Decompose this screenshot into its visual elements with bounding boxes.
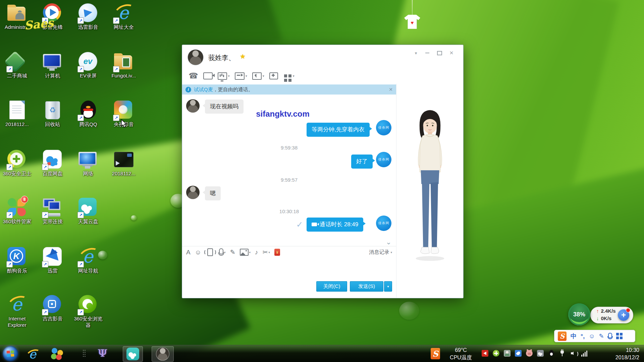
desktop-icon-recycle-bin[interactable]: ♻ 回收站 <box>36 101 69 128</box>
window-shake-button[interactable] <box>206 248 215 256</box>
font-button[interactable]: A <box>186 249 191 255</box>
start-button[interactable] <box>3 346 18 361</box>
tray-power-icon[interactable] <box>559 350 566 357</box>
desktop-icon-wangzhidaquan[interactable]: e ↗ 网址大全 <box>107 3 140 31</box>
taskbar-tianyi-cloud-button[interactable] <box>123 346 143 362</box>
self-message-avatar[interactable]: 借条网 <box>376 120 391 135</box>
peer-message-avatar[interactable] <box>186 99 200 113</box>
create-group-button[interactable] <box>268 71 279 80</box>
send-image-button[interactable]: ▾ <box>240 249 251 256</box>
desktop-icon-tencent-qq[interactable]: ↗ 腾讯QQ <box>72 101 105 128</box>
close-window-button[interactable]: ✕ <box>447 50 456 56</box>
minimize-button[interactable] <box>423 50 432 56</box>
handwriting-button[interactable]: ✎ <box>599 333 604 339</box>
send-file-button[interactable]: ▾ <box>234 71 248 81</box>
voice-message-button[interactable]: ▾ <box>219 248 226 256</box>
emoji-button[interactable]: ☺ <box>589 333 595 339</box>
desktop-icon-ev-recorder[interactable]: ev ↗ EV录屏 <box>72 52 105 79</box>
desktop-icon-360-browser[interactable]: ↗ 360安全浏览器 <box>72 295 105 328</box>
video-watermark-text: sifangktv.com <box>232 109 333 119</box>
screen-demo-button[interactable]: ▾ <box>217 71 231 81</box>
taskbar-ie-button[interactable]: e <box>26 348 39 360</box>
desktop-icon-internet-explorer[interactable]: e Internet Explorer <box>1 295 34 328</box>
tray-network-icon[interactable] <box>581 350 588 357</box>
desktop-icon-computer[interactable]: 计算机 <box>36 52 69 79</box>
desktop-icon-360-safeguard[interactable]: ↗ 360安全卫士 <box>1 150 34 177</box>
music-button[interactable]: ♪ <box>255 249 258 255</box>
emoji-button[interactable]: ☺ <box>195 249 201 255</box>
taskbar-chat-window-button[interactable] <box>152 346 174 362</box>
desktop-icon-video-file[interactable]: 2018112... <box>107 150 140 177</box>
qq-show-avatar-girl[interactable] <box>401 106 459 267</box>
self-message-avatar[interactable]: 借条网 <box>376 152 391 167</box>
desktop-icon-360-software-manager[interactable]: 8 ↗ 360软件管家 <box>1 198 34 225</box>
banner-close-icon[interactable]: ✕ <box>389 87 393 92</box>
desktop-icon-broadband-connection[interactable]: ↗ 宽带连接 <box>36 198 69 225</box>
red-packet-button[interactable]: ¥ <box>274 249 280 256</box>
desktop-icon-xunlei[interactable]: ↗ 迅雷 <box>36 247 69 274</box>
tray-ink-icon[interactable] <box>515 350 522 357</box>
remote-assist-button[interactable]: ▾ <box>251 71 265 81</box>
apps-button[interactable]: ▾ <box>282 71 296 80</box>
video-call-button[interactable] <box>202 71 214 80</box>
chinese-mode-button[interactable]: 中 <box>571 333 577 339</box>
desktop-icon-xunlei-player[interactable]: ↗ 迅雷影音 <box>72 3 105 31</box>
desktop-icon-tianyi-cloud[interactable]: ↗ 天翼云盘 <box>72 198 105 225</box>
sogou-logo[interactable]: S <box>558 331 567 341</box>
send-button[interactable]: 发送(S) <box>350 281 383 292</box>
desktop-icon-text-document[interactable]: 2018112... <box>1 101 34 128</box>
tray-cloud-icon[interactable] <box>537 350 544 357</box>
voice-call-button[interactable]: ☎ <box>187 71 199 81</box>
recycle-bin-icon: ♻ <box>45 101 60 119</box>
desktop-icon-jiji-player[interactable]: ↗ 吉吉影音 <box>36 295 69 322</box>
tianyi-cloud-icon <box>126 348 139 360</box>
desktop-icon-fungolive[interactable]: ↗ FungoLiv... <box>107 52 140 79</box>
tray-recorder-icon[interactable] <box>482 350 488 357</box>
window-menu-button[interactable]: ▾ <box>412 50 420 56</box>
desktop-icon-network[interactable]: 网络 <box>72 150 105 177</box>
taskbar-app-button[interactable]: Ψ <box>98 347 107 359</box>
peer-message-avatar[interactable] <box>186 186 200 199</box>
peer-avatar[interactable] <box>187 49 204 65</box>
video-file-icon <box>114 152 133 167</box>
chat-toolbar: ☎ ▾ ▾ ▾ ▾ <box>187 71 296 81</box>
banner-link[interactable]: 试试Q麦 <box>194 86 213 93</box>
tray-app-icon[interactable] <box>504 350 511 357</box>
send-options-button[interactable]: ▾ <box>384 281 392 292</box>
qq-show-panel <box>396 84 463 298</box>
desktop-icon-wangzhidaohang[interactable]: e ↗ 网址导航 <box>72 247 105 274</box>
voice-input-button[interactable] <box>608 333 612 338</box>
punctuation-button[interactable]: °, <box>581 333 585 339</box>
close-chat-button[interactable]: 关闭(C) <box>316 281 347 292</box>
tray-pig-icon[interactable] <box>526 350 533 357</box>
tray-qq-icon[interactable] <box>548 350 555 357</box>
screenshot-button[interactable]: ✂▾ <box>263 249 270 255</box>
message-list[interactable]: 现在视频吗 sifangktv.com 等两分钟,先穿着内衣 借条网 9:59:… <box>182 95 396 246</box>
net-speed-widget[interactable]: ↑2.4K/s ↓0K/s 38% + <box>568 303 635 327</box>
message-input-area[interactable] <box>182 258 396 281</box>
tray-sogou-icon[interactable]: S <box>431 348 440 359</box>
taskbar-clock[interactable]: 10:30 2018/12/2 <box>615 347 639 361</box>
desktop-icon-ershoushangcheng[interactable]: ↗ 二手商城 <box>1 52 34 79</box>
notification-badge: 8 <box>21 196 28 203</box>
desktop-icon-kugou-music[interactable]: K ↗ 酷狗音乐 <box>1 247 34 274</box>
desktop-icon-administrator[interactable]: Administr... <box>1 3 34 31</box>
desktop-icon-cctv-video[interactable]: ↗ 央视影音 <box>107 101 140 128</box>
taskbar-sogou-button[interactable] <box>51 348 63 360</box>
maximize-button[interactable] <box>435 50 444 56</box>
handwriting-button[interactable]: ✎ <box>230 249 235 255</box>
favorite-star-icon: ★ <box>240 53 246 60</box>
desktop-icon-yingyinxianfeng[interactable]: ↗ 影音先锋 <box>36 3 69 31</box>
shortcut-arrow-icon: ↗ <box>6 212 13 218</box>
message-history-button[interactable]: 消息记录▾ <box>369 249 392 255</box>
call-record-bubble[interactable]: 通话时长 28:49 <box>307 218 363 232</box>
windows-logo-icon <box>7 350 14 357</box>
sogou-toolbox-button[interactable] <box>616 333 619 336</box>
self-message-avatar[interactable]: 借条网 <box>376 216 391 231</box>
tray-360-icon[interactable] <box>493 350 499 357</box>
scroll-to-bottom-icon[interactable]: ⌄ <box>386 240 391 244</box>
microphone-icon <box>219 248 223 254</box>
tray-volume-icon[interactable] <box>570 350 577 357</box>
desktop-icon-baidu-netdisk[interactable]: ↗ 百度网盘 <box>36 150 69 177</box>
memory-ball[interactable]: 38% <box>568 303 590 325</box>
